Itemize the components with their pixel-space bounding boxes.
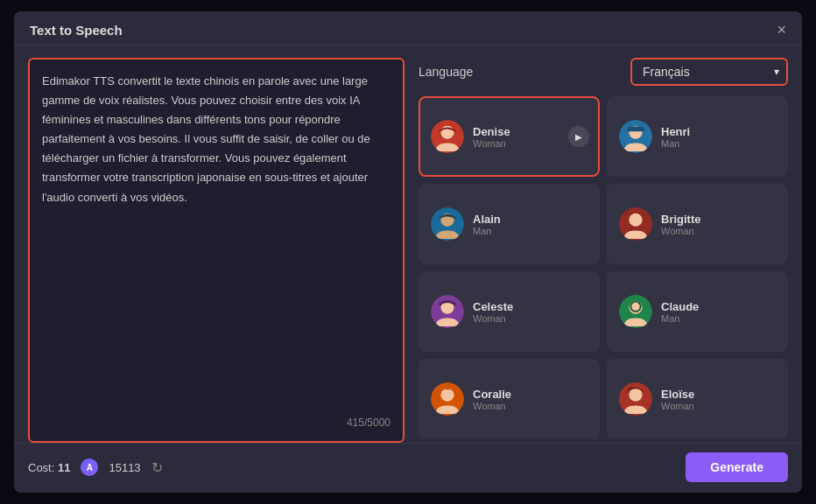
voice-gender-claude: Man xyxy=(661,313,699,324)
svg-point-17 xyxy=(629,388,642,402)
cost-value: 11 xyxy=(58,461,70,474)
voice-avatar-henri xyxy=(619,120,652,153)
voice-info-claude: ClaudeMan xyxy=(661,300,699,324)
voice-name-claude: Claude xyxy=(661,300,699,313)
voice-card-claude[interactable]: ClaudeMan xyxy=(607,271,788,352)
char-count: 415/5000 xyxy=(42,416,390,429)
voice-avatar-celeste xyxy=(431,295,464,328)
voice-name-eloise: Eloïse xyxy=(661,388,694,401)
voice-card-eloise[interactable]: EloïseWoman xyxy=(607,359,788,439)
voice-gender-celeste: Woman xyxy=(473,313,513,324)
voice-name-celeste: Celeste xyxy=(473,300,513,313)
footer-left: Cost: 11 A 15113 ↻ xyxy=(28,458,163,476)
voice-name-coralie: Coralie xyxy=(473,388,511,401)
modal-footer: Cost: 11 A 15113 ↻ Generate xyxy=(14,443,802,493)
voice-gender-coralie: Woman xyxy=(473,401,511,411)
modal-overlay: Text to Speech × Edimakor TTS convertit … xyxy=(0,0,816,504)
voice-gender-eloise: Woman xyxy=(661,401,694,411)
voice-card-denise[interactable]: DeniseWoman▶ xyxy=(419,96,600,177)
voices-grid: DeniseWoman▶HenriManAlainManBrigitteWoma… xyxy=(419,96,788,443)
voice-name-brigitte: Brigitte xyxy=(661,213,701,226)
language-label: Language xyxy=(419,65,473,79)
language-select[interactable]: Français English Deutsch Español 日本語 中文 xyxy=(630,58,788,86)
svg-point-8 xyxy=(629,214,642,227)
modal-header: Text to Speech × xyxy=(14,11,802,46)
voice-gender-denise: Woman xyxy=(473,138,510,149)
voice-card-celeste[interactable]: CelesteWoman xyxy=(419,271,600,352)
voice-card-coralie[interactable]: CoralieWoman xyxy=(419,359,600,439)
voice-avatar-eloise xyxy=(619,382,652,416)
tts-modal: Text to Speech × Edimakor TTS convertit … xyxy=(14,11,802,493)
refresh-button[interactable]: ↻ xyxy=(151,459,163,476)
play-button-denise[interactable]: ▶ xyxy=(568,126,589,147)
generate-button[interactable]: Generate xyxy=(686,452,788,482)
voice-avatar-claude xyxy=(619,295,652,328)
voice-card-brigitte[interactable]: BrigitteWoman xyxy=(607,184,788,264)
modal-body: Edimakor TTS convertit le texte chinois … xyxy=(14,46,802,443)
voice-avatar-alain xyxy=(431,207,464,241)
svg-rect-4 xyxy=(628,127,644,132)
voice-name-henri: Henri xyxy=(661,125,690,138)
voice-name-alain: Alain xyxy=(473,213,501,226)
voice-info-eloise: EloïseWoman xyxy=(661,388,694,411)
voice-avatar-denise xyxy=(431,120,464,153)
modal-title: Text to Speech xyxy=(30,23,123,38)
language-select-wrapper[interactable]: Français English Deutsch Español 日本語 中文 xyxy=(630,58,788,86)
voice-card-henri[interactable]: HenriMan xyxy=(607,96,788,177)
voice-info-henri: HenriMan xyxy=(661,125,690,149)
coin-icon: A xyxy=(81,458,98,476)
voice-name-denise: Denise xyxy=(473,125,510,138)
voice-gender-brigitte: Woman xyxy=(661,226,701,236)
close-button[interactable]: × xyxy=(777,22,786,38)
voice-info-coralie: CoralieWoman xyxy=(473,388,511,411)
voice-gender-henri: Man xyxy=(661,138,690,149)
language-row: Language Français English Deutsch Españo… xyxy=(419,58,788,86)
credits-count: 15113 xyxy=(109,461,140,474)
voice-info-denise: DeniseWoman xyxy=(473,125,510,149)
cost-label: Cost: 11 xyxy=(28,461,70,474)
voice-info-brigitte: BrigitteWoman xyxy=(661,213,701,236)
voice-gender-alain: Man xyxy=(473,226,501,236)
voice-info-celeste: CelesteWoman xyxy=(473,300,513,324)
text-content[interactable]: Edimakor TTS convertit le texte chinois … xyxy=(42,72,390,410)
voice-avatar-coralie xyxy=(431,382,464,416)
voice-info-alain: AlainMan xyxy=(473,213,501,236)
voice-card-alain[interactable]: AlainMan xyxy=(419,184,600,264)
right-panel: Language Français English Deutsch Españo… xyxy=(419,58,788,443)
voice-avatar-brigitte xyxy=(619,207,652,241)
text-panel: Edimakor TTS convertit le texte chinois … xyxy=(28,58,404,443)
